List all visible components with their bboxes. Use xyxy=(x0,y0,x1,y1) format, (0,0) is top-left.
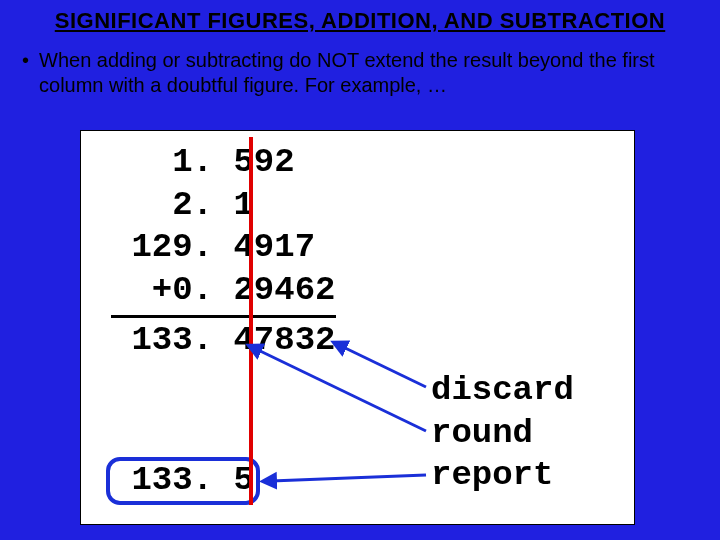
addend-3: 129. 4917 xyxy=(111,228,315,266)
bullet-row: • When adding or subtracting do NOT exte… xyxy=(0,42,720,98)
raw-sum: 133. 47832 xyxy=(111,321,335,359)
addends-column: 1. 592 2. 1 129. 4917 +0. 29462 xyxy=(111,141,335,311)
label-report: report xyxy=(431,456,553,494)
figure-inner: 1. 592 2. 1 129. 4917 +0. 29462 133. 478… xyxy=(81,131,634,524)
example-figure: 1. 592 2. 1 129. 4917 +0. 29462 133. 478… xyxy=(80,130,635,525)
bullet-dot: • xyxy=(20,48,39,98)
svg-line-2 xyxy=(271,475,426,481)
svg-line-1 xyxy=(256,349,426,431)
addend-2: 2. 1 xyxy=(111,186,254,224)
bullet-text: When adding or subtracting do NOT extend… xyxy=(39,48,700,98)
cutoff-red-line xyxy=(249,137,253,505)
label-round: round xyxy=(431,414,533,452)
svg-line-0 xyxy=(341,346,426,387)
label-discard: discard xyxy=(431,371,574,409)
addend-1: 1. 592 xyxy=(111,143,295,181)
final-result-box xyxy=(106,457,260,505)
addend-4: +0. 29462 xyxy=(111,271,335,309)
action-labels: discard round report xyxy=(431,369,574,497)
sum-rule-line xyxy=(111,315,336,318)
slide-title: SIGNIFICANT FIGURES, ADDITION, AND SUBTR… xyxy=(0,0,720,42)
